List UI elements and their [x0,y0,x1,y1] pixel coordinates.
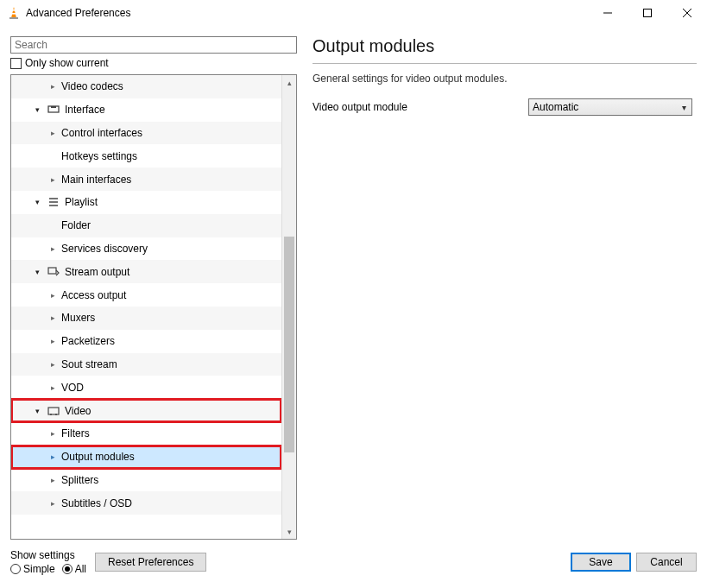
only-show-current-row[interactable]: Only show current [10,54,297,74]
tree-item-label: Folder [61,219,91,231]
tree-item-label: Services discovery [61,243,148,255]
tree-item[interactable]: ▸Splitters [11,469,281,492]
tree-item[interactable]: ▸VOD [11,376,281,399]
page-description: General settings for video output module… [312,73,697,85]
only-show-current-label: Only show current [25,57,109,69]
chevron-down-icon[interactable]: ▾ [30,265,44,279]
chevron-right-icon[interactable]: ▸ [46,496,60,510]
tree-item[interactable]: ▸Services discovery [11,237,281,261]
tree-item[interactable]: ▸Video codecs [11,75,281,98]
video-output-module-row: Video output module Automatic [312,98,697,116]
tree-item-label: Video [65,405,91,417]
tree-item-label: Control interfaces [61,127,142,139]
tree-item[interactable]: ▸Sout stream [11,353,281,376]
settings-page: Output modules General settings for vide… [307,36,697,540]
chevron-down-icon[interactable]: ▾ [30,404,44,418]
tree-item-label: Access output [61,289,126,301]
stream-icon [46,266,61,278]
chevron-down-icon[interactable]: ▾ [30,195,44,209]
chevron-right-icon[interactable]: ▸ [46,334,60,348]
chevron-right-icon[interactable]: ▸ [46,450,60,464]
tree-item-label: Playlist [65,196,98,208]
divider [312,63,697,64]
tree-item-label: Main interfaces [61,174,131,186]
scroll-down-button[interactable]: ▾ [282,524,296,539]
reset-preferences-button[interactable]: Reset Preferences [95,553,206,572]
radio-all[interactable] [62,564,73,574]
radio-simple[interactable] [10,564,21,574]
minimize-button[interactable] [588,0,628,26]
tree-item[interactable]: ▸Main interfaces [11,168,281,191]
video-output-module-label: Video output module [312,101,528,113]
chevron-down-icon[interactable]: ▾ [30,103,44,117]
close-button[interactable] [667,0,707,26]
tree-item-label: Hotkeys settings [61,150,137,162]
tree-item-label: Sout stream [61,358,117,370]
svg-rect-3 [9,17,18,19]
tree-item-label: VOD [61,382,84,394]
chevron-right-icon[interactable]: ▸ [46,381,60,395]
chevron-right-icon[interactable]: ▸ [46,173,60,187]
svg-rect-2 [12,13,16,15]
scroll-track[interactable] [282,90,296,524]
tree-item[interactable]: Folder [11,214,281,237]
tree-item[interactable]: ▸Packetizers [11,330,281,353]
chevron-right-icon[interactable]: ▸ [46,311,60,325]
tree-scrollbar[interactable]: ▴ ▾ [281,75,296,539]
video-output-module-value: Automatic [533,101,578,113]
tree-item-label: Output modules [61,451,135,463]
only-show-current-checkbox[interactable] [10,58,22,69]
tree-item[interactable]: ▸Control interfaces [11,122,281,145]
svg-marker-0 [11,7,16,18]
preferences-tree: ▸Video codecs▾Interface▸Control interfac… [10,74,297,540]
video-output-module-select[interactable]: Automatic [528,98,692,116]
show-settings-simple[interactable]: Simple [10,563,55,575]
tree-item-label: Splitters [61,474,98,486]
tree-item[interactable]: ▸Muxers [11,307,281,330]
tree-item-label: Muxers [61,312,95,324]
save-button[interactable]: Save [571,553,631,572]
tree-item[interactable]: ▾Interface [11,98,281,122]
tree-item[interactable]: ▾Stream output [11,260,281,283]
chevron-right-icon[interactable]: ▸ [46,357,60,371]
maximize-button[interactable] [628,0,667,26]
tree-item-label: Video codecs [61,80,123,92]
show-settings-label: Show settings [10,549,86,561]
tree-item[interactable]: ▸Subtitles / OSD [11,491,281,515]
chevron-right-icon[interactable]: ▸ [46,126,60,140]
video-icon [46,405,61,417]
tree-item-label: Filters [61,427,90,439]
tree-item-label: Packetizers [61,335,115,347]
cancel-button[interactable]: Cancel [636,553,697,572]
svg-rect-13 [48,268,56,274]
svg-rect-5 [644,9,652,17]
tree-item-label: Stream output [65,266,129,278]
tree-item[interactable]: ▾Video [11,399,281,422]
tree-item[interactable]: Hotkeys settings [11,144,281,168]
tree-item[interactable]: ▾Playlist [11,191,281,214]
window-controls [588,0,707,26]
search-input[interactable] [10,36,297,54]
show-settings-all[interactable]: All [62,563,86,575]
chevron-right-icon[interactable]: ▸ [46,288,60,302]
scroll-thumb[interactable] [284,237,294,452]
tree-item-label: Subtitles / OSD [61,497,132,509]
chevron-right-icon[interactable]: ▸ [46,79,60,93]
tree-item[interactable]: ▸Output modules [11,446,281,469]
window-title: Advanced Preferences [26,7,588,19]
tree-item[interactable]: ▸Access output [11,283,281,307]
svg-point-16 [55,414,57,415]
footer: Show settings Simple All Reset Preferenc… [0,543,707,588]
scroll-up-button[interactable]: ▴ [282,75,296,90]
vlc-cone-icon [7,6,21,20]
chevron-right-icon[interactable]: ▸ [46,473,60,487]
playlist-icon [46,196,61,208]
tree-item[interactable]: ▸Filters [11,422,281,446]
svg-rect-9 [51,106,56,108]
svg-rect-14 [48,408,59,414]
chevron-right-icon[interactable]: ▸ [46,427,60,440]
chevron-right-icon[interactable]: ▸ [46,242,60,256]
titlebar: Advanced Preferences [0,0,707,26]
svg-point-15 [50,414,52,415]
svg-rect-1 [12,9,16,11]
